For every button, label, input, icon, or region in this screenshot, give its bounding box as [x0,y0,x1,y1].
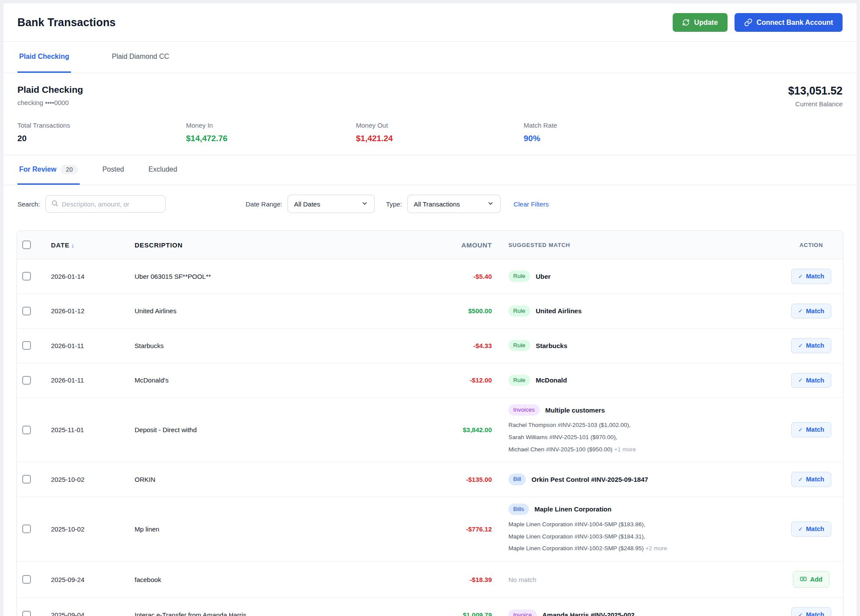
select-all-checkbox[interactable] [22,240,31,249]
transaction-date: 2026-01-12 [42,298,135,324]
transaction-description: Mp linen [135,516,418,542]
match-detail-line: Rachel Thompson #INV-2025-103 ($1,002.00… [508,419,779,431]
row-checkbox[interactable] [22,426,31,434]
clear-filters-link[interactable]: Clear Filters [514,200,549,208]
transaction-amount: $500.00 [418,298,492,324]
match-name: United Airlines [536,307,582,315]
filter-bar: Search: Date Range: All Dates Type: All … [3,185,857,224]
row-action-button[interactable]: ✓ Match [791,472,831,487]
connect-button-label: Connect Bank Account [757,19,833,26]
row-checkbox[interactable] [22,341,31,350]
table-body: 2026-01-14 Uber 063015 SF**POOL** -$5.40… [17,259,843,616]
row-action-button[interactable]: ✓ Match [791,607,831,616]
link-icon [744,18,752,27]
sort-descending-icon: ↓ [71,242,75,249]
suggested-match-cell: Bills Maple Linen Corporation Maple Line… [492,497,779,561]
total-transactions-value: 20 [17,134,186,143]
table-row: 2026-01-11 McDonald's -$12.00 Rule McDon… [17,363,843,398]
action-button-label: Match [806,526,824,532]
transaction-description: Deposit - Direct withd [135,416,418,443]
search-input[interactable] [62,200,160,208]
for-review-count-badge: 20 [61,165,78,174]
stat-money-in: Money In $14,472.76 [186,122,356,143]
match-type-badge: Rule [508,340,530,351]
transaction-description: McDonald's [135,367,418,393]
action-button-label: Match [806,426,824,433]
search-icon [51,200,58,209]
row-action-button[interactable]: ✓ Match [791,338,831,353]
account-summary: Plaid Checking checking ••••0000 $13,051… [3,73,857,155]
connect-bank-account-button[interactable]: Connect Bank Account [735,13,843,32]
match-type-badge: Rule [508,375,530,386]
row-checkbox[interactable] [22,307,31,315]
tab-excluded[interactable]: Excluded [147,155,179,185]
transaction-date: 2026-01-11 [42,367,135,393]
row-action-button[interactable]: ✓ Match [791,269,831,284]
chevron-down-icon [361,200,368,208]
match-detail-lines: Maple Linen Corporation #INV-1004-SMP ($… [508,518,779,555]
page-header: Bank Transactions Update Connect Bank Ac… [3,3,857,42]
chevron-down-icon [487,200,494,208]
table-row: 2025-09-04 Interac e-Transfer from Amand… [17,597,843,616]
table-row: 2025-11-01 Deposit - Direct withd $3,842… [17,397,843,462]
suggested-match-cell: Rule McDonald [492,368,779,393]
table-row: 2026-01-14 Uber 063015 SF**POOL** -$5.40… [17,259,843,294]
transaction-description: ORKIN [135,466,418,493]
tab-plaid-checking[interactable]: Plaid Checking [17,42,71,73]
match-detail-lines: Rachel Thompson #INV-2025-103 ($1,002.00… [508,419,779,455]
column-header-date[interactable]: DATE↓ [42,232,135,258]
check-icon: ✓ [798,343,803,349]
match-type-badge: Invoice [508,609,537,616]
row-checkbox[interactable] [22,525,31,533]
tab-for-review[interactable]: For Review 20 [17,155,80,185]
column-header-suggested-match: SUGGESTED MATCH [492,235,779,255]
match-name: Orkin Pest Control #INV-2025-09-1847 [532,476,648,483]
check-icon: ✓ [798,477,803,482]
column-header-description: DESCRIPTION [135,232,418,258]
check-icon: ✓ [798,612,803,616]
suggested-match-cell: Rule United Airlines [492,299,779,323]
tab-posted[interactable]: Posted [101,155,126,185]
account-info: Plaid Checking checking ••••0000 [17,85,83,106]
row-checkbox[interactable] [22,611,31,616]
transaction-date: 2025-10-02 [42,516,135,542]
row-checkbox[interactable] [22,575,31,584]
table-row: 2026-01-12 United Airlines $500.00 Rule … [17,294,843,328]
stat-match-rate: Match Rate 90% [524,122,843,143]
match-type-badge: Bills [508,504,529,515]
row-action-button[interactable]: ✓ Match [791,521,831,537]
update-button[interactable]: Update [673,13,727,32]
match-type-badge: Rule [508,305,530,317]
page-title: Bank Transactions [17,16,116,29]
row-action-button[interactable]: ✓ Match [791,304,831,319]
row-action-button[interactable]: ✓ Add [793,571,829,588]
suggested-match-cell: Rule Uber [492,264,779,288]
table-row: 2025-10-02 ORKIN -$135.00 Bill Orkin Pes… [17,462,843,497]
stat-total-transactions: Total Transactions 20 [17,122,186,143]
tab-plaid-diamond-cc[interactable]: Plaid Diamond CC [110,42,171,73]
match-name: Uber [536,273,551,280]
row-checkbox[interactable] [22,272,31,281]
transaction-amount: -$18.39 [418,566,492,593]
transaction-amount: $1,009.79 [418,602,492,616]
transaction-description: Uber 063015 SF**POOL** [135,263,418,290]
match-detail-line: Maple Linen Corporation #INV-1003-SMP ($… [508,531,779,543]
row-checkbox[interactable] [22,376,31,385]
row-checkbox[interactable] [22,475,31,484]
transaction-description: Starbucks [135,332,418,359]
date-range-select[interactable]: All Dates [288,195,375,213]
view-tabs: For Review 20 Posted Excluded [3,155,857,185]
transaction-amount: -$135.00 [418,466,492,493]
current-balance-label: Current Balance [788,100,843,108]
match-rate-value: 90% [524,134,843,143]
transaction-date: 2026-01-11 [42,332,135,359]
check-icon: ✓ [798,308,803,314]
column-header-amount: AMOUNT [418,232,492,258]
row-action-button[interactable]: ✓ Match [791,422,831,437]
match-type-badge: Bill [508,474,526,485]
type-select[interactable]: All Transactions [407,195,501,213]
transaction-date: 2025-11-01 [42,416,135,443]
row-action-button[interactable]: ✓ Match [791,373,831,388]
action-button-label: Match [806,377,824,384]
transaction-amount: -$776.12 [418,516,492,542]
